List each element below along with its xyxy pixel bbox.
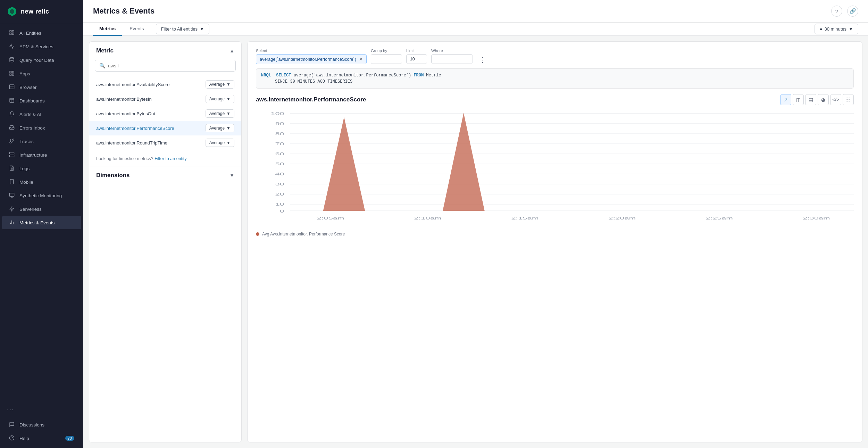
sidebar-item-label: Metrics & Events [19, 220, 55, 225]
search-icon: 🔍 [99, 63, 105, 68]
metric-row[interactable]: aws.internetmonitor.BytesOut Average ▼ [89, 106, 241, 121]
metric-section: Metric ▲ 🔍 aws.internetmonitor.Availabil… [89, 42, 241, 166]
aggregation-dropdown[interactable]: Average ▼ [206, 139, 234, 147]
sidebar: new relic All Entities APM & Services Qu… [0, 0, 83, 448]
group-by-input[interactable] [371, 54, 402, 64]
sidebar-item-apps[interactable]: Apps [2, 67, 81, 80]
time-range-btn[interactable]: ● 30 minutes ▼ [815, 24, 858, 34]
sidebar-item-help[interactable]: Help 70 [2, 432, 81, 445]
svg-text:2:10am: 2:10am [414, 216, 442, 221]
code-icon: </> [832, 97, 839, 102]
aggregation-dropdown[interactable]: Average ▼ [206, 109, 234, 118]
nrql-select-keyword: SELECT [276, 73, 291, 78]
aggregation-dropdown[interactable]: Average ▼ [206, 124, 234, 132]
chart-header: aws.internetmonitor.PerformanceScore ↗ ◫… [256, 94, 854, 105]
limit-input[interactable] [406, 54, 427, 64]
filter-entities-btn[interactable]: Filter to All entities ▼ [156, 24, 209, 34]
svg-rect-13 [10, 98, 14, 102]
left-panel: Metric ▲ 🔍 aws.internetmonitor.Availabil… [89, 41, 242, 442]
metric-section-header[interactable]: Metric ▲ [89, 42, 241, 60]
svg-text:80: 80 [275, 132, 284, 136]
time-label: 30 minutes [825, 26, 847, 32]
select-tag[interactable]: average(`aws.internetmonitor.Performance… [256, 54, 367, 64]
svg-text:10: 10 [275, 202, 284, 207]
metric-row[interactable]: aws.internetmonitor.RoundTripTime Averag… [89, 135, 241, 150]
metric-row[interactable]: aws.internetmonitor.BytesIn Average ▼ [89, 92, 241, 106]
sidebar-item-infrastructure[interactable]: Infrastructure [2, 148, 81, 161]
sidebar-item-serverless[interactable]: Serverless [2, 202, 81, 216]
sidebar-more-dots[interactable]: ... [0, 402, 83, 415]
metric-search-input[interactable] [108, 63, 231, 68]
nrql-from-value: Metric [426, 73, 441, 78]
svg-rect-27 [9, 193, 14, 196]
svg-point-17 [12, 139, 14, 140]
sidebar-item-label: Synthetic Monitoring [19, 193, 62, 198]
tab-events[interactable]: Events [123, 23, 150, 36]
chart-type-code-btn[interactable]: </> [830, 94, 841, 105]
chart-type-stacked-btn[interactable]: ▤ [805, 94, 816, 105]
metric-row[interactable]: aws.internetmonitor.PerformanceScore Ave… [89, 121, 241, 135]
legend-label: Avg Aws.internetmonitor. Performance Sco… [262, 232, 345, 237]
metric-row[interactable]: aws.internetmonitor.AvailabilityScore Av… [89, 77, 241, 92]
sidebar-item-apm-services[interactable]: APM & Services [2, 40, 81, 53]
chevron-down-icon-time: ▼ [849, 26, 853, 32]
where-section: Where [431, 49, 473, 64]
sidebar-item-query-your-data[interactable]: Query Your Data [2, 53, 81, 67]
share-icon: 🔗 [850, 8, 856, 14]
sidebar-item-synthetic-monitoring[interactable]: Synthetic Monitoring [2, 189, 81, 202]
content-area: Metric ▲ 🔍 aws.internetmonitor.Availabil… [83, 36, 868, 448]
svg-text:70: 70 [275, 142, 284, 146]
stacked-chart-icon: ▤ [809, 97, 813, 102]
svg-text:2:30am: 2:30am [803, 216, 830, 221]
sidebar-item-errors-inbox[interactable]: Errors Inbox [2, 121, 81, 134]
sidebar-item-all-entities[interactable]: All Entities [2, 26, 81, 40]
sidebar-item-label: All Entities [19, 31, 41, 36]
svg-point-18 [10, 142, 11, 143]
chart-type-table-btn[interactable]: ☷ [843, 94, 854, 105]
query-more-btn[interactable]: ⋮ [477, 56, 489, 64]
sidebar-item-alerts-ai[interactable]: Alerts & AI [2, 108, 81, 121]
sidebar-item-metrics-events[interactable]: Metrics & Events [2, 216, 81, 229]
nrql-display: NRQL SELECT average(`aws.internetmonitor… [256, 68, 854, 89]
svg-text:100: 100 [270, 111, 284, 116]
right-panel: Select average(`aws.internetmonitor.Perf… [247, 41, 862, 442]
sidebar-item-label: Apps [19, 71, 30, 76]
dimensions-section[interactable]: Dimensions ▼ [89, 166, 241, 184]
sidebar-item-browser[interactable]: Browser [2, 81, 81, 94]
svg-text:20: 20 [275, 192, 284, 197]
timeslice-hint: Looking for timeslice metrics? Filter to… [89, 153, 241, 166]
help-circle-icon [9, 435, 15, 441]
svg-text:40: 40 [275, 172, 284, 176]
sidebar-item-discussions[interactable]: Discussions [2, 418, 81, 431]
chart-title: aws.internetmonitor.PerformanceScore [256, 96, 366, 103]
chevron-down-icon: ▼ [226, 111, 231, 116]
metric-chevron-icon: ▲ [229, 48, 234, 53]
chart-type-line-btn[interactable]: ↗ [780, 94, 791, 105]
sidebar-item-traces[interactable]: Traces [2, 135, 81, 148]
metric-search-box[interactable]: 🔍 [95, 60, 236, 72]
sidebar-item-logs[interactable]: Logs [2, 162, 81, 175]
sidebar-item-mobile[interactable]: Mobile [2, 175, 81, 189]
aggregation-dropdown[interactable]: Average ▼ [206, 95, 234, 103]
inbox-icon [9, 125, 15, 131]
aggregation-dropdown[interactable]: Average ▼ [206, 80, 234, 89]
svg-text:2:20am: 2:20am [608, 216, 636, 221]
tab-metrics[interactable]: Metrics [93, 23, 122, 36]
monitor-icon [9, 192, 15, 199]
dimensions-chevron-icon: ▼ [229, 173, 234, 178]
sidebar-item-dashboards[interactable]: Dashboards [2, 94, 81, 107]
svg-text:50: 50 [275, 162, 284, 166]
svg-rect-10 [12, 74, 14, 75]
nrql-fn-text: average(`aws.internetmonitor.Performance… [294, 73, 414, 78]
svg-text:30: 30 [275, 182, 284, 186]
share-icon-btn[interactable]: 🔗 [847, 6, 858, 17]
help-icon-btn[interactable]: ? [831, 6, 842, 17]
grid-icon [9, 30, 15, 36]
svg-text:2:15am: 2:15am [511, 216, 539, 221]
select-close-btn[interactable]: ✕ [359, 57, 363, 62]
chart-type-pie-btn[interactable]: ◕ [818, 94, 829, 105]
filter-label: Filter to All entities [161, 26, 198, 32]
chart-type-bar-btn[interactable]: ◫ [793, 94, 804, 105]
where-input[interactable] [431, 54, 473, 64]
filter-to-entity-link[interactable]: Filter to an entity [155, 156, 186, 161]
